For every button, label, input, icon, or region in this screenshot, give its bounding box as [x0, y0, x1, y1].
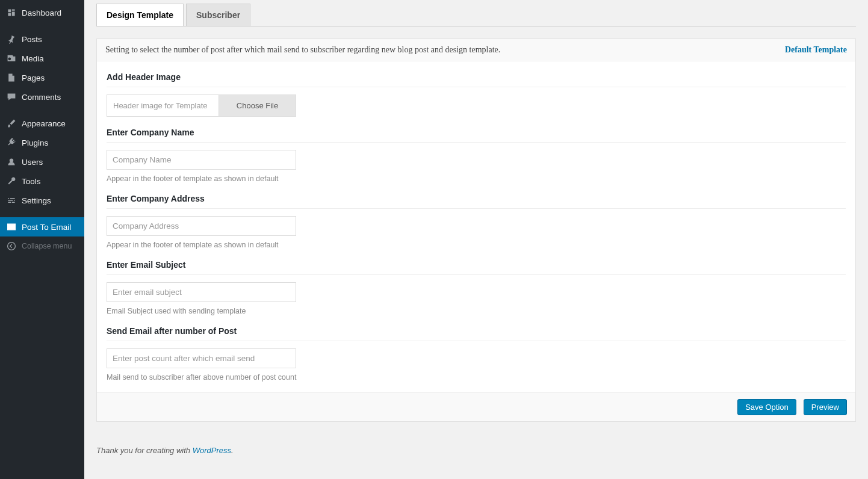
tab-subscriber[interactable]: Subscriber	[186, 4, 250, 26]
settings-icon	[6, 196, 17, 205]
sidebar-item-label: Dashboard	[22, 8, 61, 17]
collapse-icon	[6, 241, 17, 251]
tabs: Design Template Subscriber	[96, 4, 856, 26]
sidebar-item-label: Collapse menu	[22, 242, 72, 250]
settings-panel: Setting to select the number of post aft…	[96, 39, 856, 422]
header-image-file-row: Header image for Template Choose File	[107, 94, 296, 117]
field-title-header-image: Add Header Image	[107, 69, 846, 87]
svg-point-1	[8, 243, 16, 250]
sidebar-item-settings[interactable]: Settings	[0, 191, 84, 210]
field-title-email-subject: Enter Email Subject	[107, 249, 846, 275]
tab-design-template[interactable]: Design Template	[96, 4, 184, 26]
sidebar-item-label: Post To Email	[22, 223, 71, 232]
media-icon	[6, 54, 17, 63]
preview-button[interactable]: Preview	[804, 399, 847, 415]
sidebar-item-label: Users	[22, 158, 43, 167]
wordpress-link[interactable]: WordPress	[193, 446, 231, 455]
header-image-placeholder: Header image for Template	[107, 95, 219, 116]
post-count-hint: Mail send to subscriber after above numb…	[107, 373, 846, 382]
field-title-company-address: Enter Company Address	[107, 183, 846, 209]
sidebar-item-pages[interactable]: Pages	[0, 68, 84, 87]
footer-prefix: Thank you for creating with	[96, 446, 193, 455]
user-icon	[6, 157, 17, 167]
notice-text: Setting to select the number of post aft…	[105, 45, 500, 55]
sidebar-item-media[interactable]: Media	[0, 49, 84, 68]
page-icon	[6, 73, 17, 82]
sidebar-item-appearance[interactable]: Appearance	[0, 114, 84, 133]
sidebar-item-label: Media	[22, 54, 44, 63]
default-template-link[interactable]: Default Template	[785, 45, 847, 55]
post-count-input[interactable]	[107, 348, 296, 368]
sidebar-item-users[interactable]: Users	[0, 152, 84, 172]
sidebar-item-label: Posts	[22, 35, 42, 44]
sidebar-item-label: Pages	[22, 73, 45, 82]
panel-body: Add Header Image Header image for Templa…	[97, 61, 855, 392]
envelope-icon	[6, 222, 17, 232]
company-address-input[interactable]	[107, 216, 296, 236]
brush-icon	[6, 119, 17, 128]
sidebar-item-comments[interactable]: Comments	[0, 87, 84, 107]
comment-icon	[6, 92, 17, 102]
plug-icon	[6, 138, 17, 147]
sidebar-item-post-to-email[interactable]: Post To Email	[0, 217, 84, 236]
admin-sidebar: Dashboard Posts Media Pages Comments App…	[0, 0, 84, 467]
choose-file-button[interactable]: Choose File	[219, 95, 296, 116]
panel-footer: Save Option Preview	[97, 392, 855, 421]
sidebar-item-dashboard[interactable]: Dashboard	[0, 3, 84, 22]
page-footer: Thank you for creating with WordPress.	[96, 446, 856, 455]
save-option-button[interactable]: Save Option	[737, 399, 796, 415]
company-name-input[interactable]	[107, 150, 296, 170]
field-title-company-name: Enter Company Name	[107, 117, 846, 143]
sidebar-item-posts[interactable]: Posts	[0, 29, 84, 49]
wrench-icon	[6, 176, 17, 186]
dashboard-icon	[6, 8, 17, 17]
main-content: Design Template Subscriber Setting to se…	[84, 4, 868, 467]
email-subject-hint: Email Subject used with sending template	[107, 307, 846, 315]
field-title-post-count: Send Email after number of Post	[107, 315, 846, 341]
pin-icon	[6, 34, 17, 44]
sidebar-item-label: Appearance	[22, 119, 66, 128]
sidebar-item-tools[interactable]: Tools	[0, 172, 84, 191]
company-address-hint: Appear in the footer of template as show…	[107, 241, 846, 249]
company-name-hint: Appear in the footer of template as show…	[107, 175, 846, 183]
svg-rect-0	[8, 224, 16, 230]
sidebar-item-label: Tools	[22, 177, 41, 186]
sidebar-item-collapse[interactable]: Collapse menu	[0, 236, 84, 256]
sidebar-item-label: Plugins	[22, 138, 48, 147]
sidebar-item-label: Comments	[22, 93, 61, 102]
email-subject-input[interactable]	[107, 282, 296, 302]
footer-suffix: .	[231, 446, 234, 455]
sidebar-item-label: Settings	[22, 196, 51, 205]
sidebar-item-plugins[interactable]: Plugins	[0, 133, 84, 152]
notice-bar: Setting to select the number of post aft…	[97, 39, 855, 61]
